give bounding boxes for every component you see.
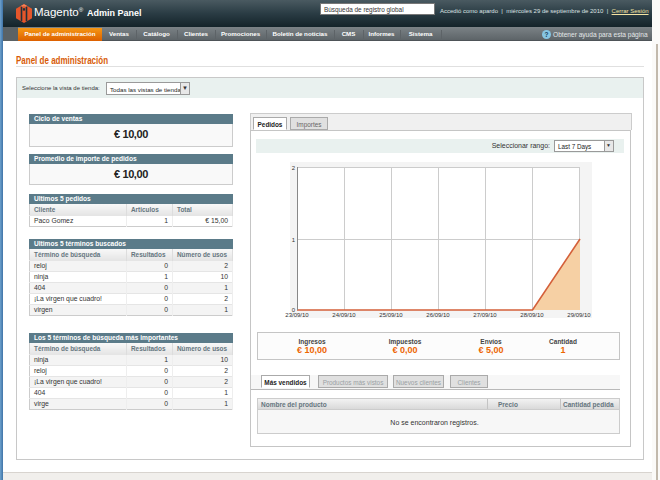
svg-text:27/09/10: 27/09/10 — [473, 312, 497, 318]
svg-text:24/09/10: 24/09/10 — [332, 312, 356, 318]
svg-text:28/09/10: 28/09/10 — [520, 312, 544, 318]
svg-text:26/09/10: 26/09/10 — [426, 312, 450, 318]
svg-text:23/09/10: 23/09/10 — [285, 312, 309, 318]
svg-text:25/09/10: 25/09/10 — [379, 312, 403, 318]
svg-text:29/09/10: 29/09/10 — [567, 312, 591, 318]
